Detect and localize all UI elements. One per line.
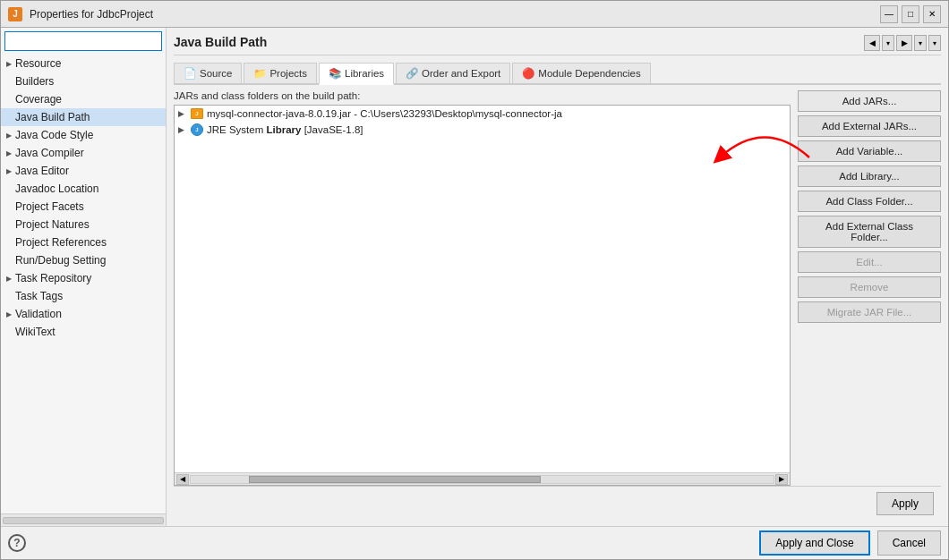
sidebar-item-task-tags[interactable]: Task Tags [1, 287, 166, 305]
build-content: JARs and class folders on the build path… [174, 90, 941, 486]
hscroll-left-btn[interactable]: ◀ [176, 474, 189, 485]
file-tree: ▶ J mysql-connector-java-8.0.19.jar - C:… [174, 105, 791, 486]
cancel-button[interactable]: Cancel [877, 530, 941, 556]
tree-item-mysql-connector[interactable]: ▶ J mysql-connector-java-8.0.19.jar - C:… [175, 106, 790, 122]
hscroll-right-btn[interactable]: ▶ [775, 474, 788, 485]
expand-arrow-icon-jcs: ▶ [6, 132, 12, 140]
title-bar: J Properties for JdbcProject — □ ✕ [1, 1, 948, 28]
sidebar-label-java-compiler: Java Compiler [15, 147, 84, 159]
jre-icon: J [191, 123, 203, 136]
close-button[interactable]: ✕ [923, 5, 941, 23]
help-button[interactable]: ? [8, 534, 26, 552]
nav-arrows: ◀ ▾ ▶ ▾ ▾ [864, 35, 941, 51]
order-export-tab-icon: 🔗 [406, 67, 418, 80]
sidebar-label-java-editor: Java Editor [15, 165, 69, 177]
apply-close-button[interactable]: Apply and Close [759, 530, 869, 556]
tab-module-dependencies[interactable]: 🔴 Module Dependencies [512, 63, 650, 83]
sidebar-label-task-repository: Task Repository [15, 272, 91, 284]
tree-arrow-mysql: ▶ [178, 109, 187, 118]
mysql-connector-label: mysql-connector-java-8.0.19.jar - C:\Use… [207, 108, 562, 119]
sidebar-label-project-facets: Project Facets [15, 200, 84, 213]
sidebar-item-java-editor[interactable]: ▶ Java Editor [1, 162, 166, 180]
hscroll-bar: ◀ ▶ [175, 472, 790, 485]
libraries-tab-icon: 📚 [329, 67, 341, 80]
expand-arrow-icon-je: ▶ [6, 167, 12, 175]
sidebar-label-coverage: Coverage [15, 93, 62, 106]
expand-nav-dropdown[interactable]: ▾ [928, 35, 941, 51]
hscroll-thumb[interactable] [249, 476, 541, 483]
sidebar-label-run-debug-setting: Run/Debug Setting [15, 254, 106, 267]
sidebar-item-java-code-style[interactable]: ▶ Java Code Style [1, 126, 166, 144]
sidebar-item-run-debug-setting[interactable]: Run/Debug Setting [1, 251, 166, 269]
sidebar-item-javadoc-location[interactable]: Javadoc Location [1, 180, 166, 198]
sidebar-item-resource[interactable]: ▶ Resource [1, 55, 166, 72]
expand-arrow-icon-jc: ▶ [6, 149, 12, 157]
sidebar-hscroll [1, 513, 166, 526]
add-library-button[interactable]: Add Library... [798, 165, 941, 187]
tree-arrow-jre: ▶ [178, 125, 187, 134]
buttons-panel: Add JARs... Add External JARs... Add Var… [798, 90, 941, 486]
sidebar-item-wikitext[interactable]: WikiText [1, 323, 166, 341]
tab-projects-label: Projects [269, 68, 307, 79]
properties-dialog: J Properties for JdbcProject — □ ✕ ▶ Res… [0, 0, 949, 560]
panel-title: Java Build Path [174, 35, 941, 55]
source-tab-icon: 📄 [184, 67, 196, 80]
sidebar-item-task-repository[interactable]: ▶ Task Repository [1, 269, 166, 287]
sidebar-label-builders: Builders [15, 75, 54, 88]
edit-button[interactable]: Edit... [798, 251, 941, 273]
sidebar-label-javadoc-location: Javadoc Location [15, 182, 98, 195]
sidebar-label-wikitext: WikiText [15, 326, 56, 338]
file-tree-content[interactable]: ▶ J mysql-connector-java-8.0.19.jar - C:… [175, 106, 790, 472]
tab-order-export[interactable]: 🔗 Order and Export [396, 63, 510, 83]
jar-icon-mysql: J [191, 107, 203, 120]
tab-module-dependencies-label: Module Dependencies [538, 68, 640, 79]
sidebar-label-task-tags: Task Tags [15, 290, 63, 302]
forward-dropdown[interactable]: ▾ [914, 35, 927, 51]
dialog-footer: ? Apply and Close Cancel [1, 526, 948, 559]
sidebar-item-java-build-path[interactable]: Java Build Path [1, 108, 166, 126]
sidebar-hscroll-track[interactable] [3, 517, 164, 524]
hscroll-track[interactable] [190, 475, 774, 484]
sidebar-label-validation: Validation [15, 308, 62, 320]
tab-order-export-label: Order and Export [422, 68, 500, 79]
remove-button[interactable]: Remove [798, 276, 941, 298]
add-class-folder-button[interactable]: Add Class Folder... [798, 191, 941, 212]
left-panel: ▶ Resource Builders Coverage Java Build … [1, 28, 167, 526]
apply-button[interactable]: Apply [876, 492, 934, 515]
file-list-area: JARs and class folders on the build path… [174, 90, 791, 486]
file-list-label: JARs and class folders on the build path… [174, 90, 791, 101]
tab-source-label: Source [200, 68, 232, 79]
sidebar-label-project-natures: Project Natures [15, 218, 90, 231]
tab-source[interactable]: 📄 Source [174, 63, 242, 83]
sidebar-label-java-code-style: Java Code Style [15, 129, 93, 141]
sidebar-item-java-compiler[interactable]: ▶ Java Compiler [1, 144, 166, 162]
migrate-jar-button[interactable]: Migrate JAR File... [798, 301, 941, 323]
sidebar-item-project-references[interactable]: Project References [1, 233, 166, 251]
forward-button[interactable]: ▶ [896, 35, 912, 51]
add-external-class-folder-button[interactable]: Add External Class Folder... [798, 216, 941, 248]
tab-libraries[interactable]: 📚 Libraries [319, 63, 394, 85]
sidebar-item-coverage[interactable]: Coverage [1, 90, 166, 108]
main-panel: ◀ ▾ ▶ ▾ ▾ Java Build Path 📄 Source 📁 Pro… [167, 28, 948, 526]
sidebar-item-project-natures[interactable]: Project Natures [1, 216, 166, 233]
expand-arrow-icon-tr: ▶ [6, 275, 12, 283]
footer-buttons: Apply and Close Cancel [759, 530, 941, 556]
sidebar-item-project-facets[interactable]: Project Facets [1, 198, 166, 216]
back-dropdown[interactable]: ▾ [882, 35, 894, 51]
tree-item-jre-system[interactable]: ▶ J JRE System Library [JavaSE-1.8] [175, 122, 790, 138]
add-jars-button[interactable]: Add JARs... [798, 90, 941, 112]
minimize-button[interactable]: — [880, 5, 898, 23]
maximize-button[interactable]: □ [902, 5, 919, 23]
back-button[interactable]: ◀ [864, 35, 880, 51]
sidebar-search-input[interactable] [4, 31, 162, 51]
add-variable-button[interactable]: Add Variable... [798, 140, 941, 162]
title-bar-left: J Properties for JdbcProject [8, 7, 153, 21]
sidebar-label-java-build-path: Java Build Path [15, 111, 90, 123]
sidebar-item-validation[interactable]: ▶ Validation [1, 305, 166, 323]
projects-tab-icon: 📁 [253, 67, 266, 80]
sidebar-list: ▶ Resource Builders Coverage Java Build … [1, 55, 166, 513]
tab-projects[interactable]: 📁 Projects [244, 63, 317, 83]
title-bar-controls: — □ ✕ [880, 5, 941, 23]
add-external-jars-button[interactable]: Add External JARs... [798, 115, 941, 137]
sidebar-item-builders[interactable]: Builders [1, 72, 166, 90]
